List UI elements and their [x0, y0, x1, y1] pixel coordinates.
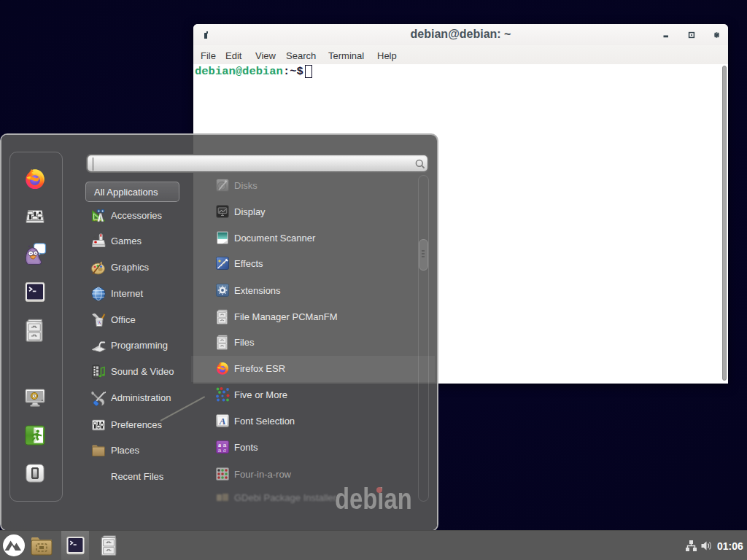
svg-text:A: A [219, 416, 226, 427]
svg-text:a: a [223, 447, 226, 454]
svg-text:a: a [218, 447, 222, 454]
